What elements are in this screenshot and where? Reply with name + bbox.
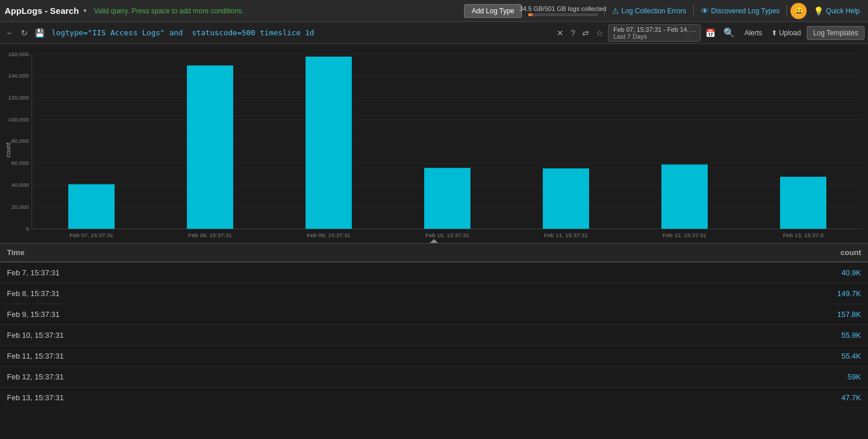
svg-text:60,000: 60,000 bbox=[11, 160, 29, 166]
time-cell: Feb 11, 15:37:31 bbox=[0, 346, 566, 367]
chart-pointer bbox=[429, 239, 439, 243]
warning-icon: ⚠ bbox=[612, 6, 619, 16]
upload-icon: ⬆ bbox=[771, 29, 777, 37]
table-row: Feb 12, 15:37:3159K bbox=[0, 367, 868, 388]
svg-text:0: 0 bbox=[25, 226, 29, 232]
search-input[interactable] bbox=[49, 27, 552, 38]
bar-feb12 bbox=[661, 164, 708, 228]
svg-text:Feb 08, 15:37:31: Feb 08, 15:37:31 bbox=[188, 232, 232, 238]
count-cell: 149.7K bbox=[566, 283, 868, 304]
storage-bar-fill bbox=[528, 13, 533, 16]
search-actions: ✕ ? ⇄ ☆ bbox=[554, 27, 606, 39]
log-errors-label: Log Collection Errors bbox=[621, 7, 686, 15]
svg-text:20,000: 20,000 bbox=[11, 204, 29, 210]
svg-text:Feb 13, 15:37:3: Feb 13, 15:37:3 bbox=[783, 232, 823, 238]
refresh-button[interactable]: ↻ bbox=[19, 27, 30, 39]
table-header-row: Time count bbox=[0, 244, 868, 262]
storage-indicator: 34.5 GB/501 GB logs collected bbox=[525, 5, 601, 16]
svg-text:Feb 07, 15:37:31: Feb 07, 15:37:31 bbox=[69, 232, 113, 238]
divider2 bbox=[693, 5, 694, 17]
time-cell: Feb 10, 15:37:31 bbox=[0, 325, 566, 346]
col-time-header[interactable]: Time bbox=[0, 244, 566, 262]
table-row: Feb 13, 15:37:3147.7K bbox=[0, 388, 868, 408]
user-avatar-button[interactable]: 😀 bbox=[790, 3, 807, 19]
clear-button[interactable]: ✕ bbox=[554, 27, 566, 39]
table-row: Feb 9, 15:37:31157.8K bbox=[0, 304, 868, 325]
time-cell: Feb 9, 15:37:31 bbox=[0, 304, 566, 325]
table-row: Feb 10, 15:37:3155.9K bbox=[0, 325, 868, 346]
divider bbox=[604, 5, 605, 17]
bar-feb09 bbox=[306, 57, 352, 229]
divider3 bbox=[786, 5, 787, 17]
chart-area: count 0 20,000 40,000 60,000 80,000 100,… bbox=[0, 44, 868, 244]
svg-text:40,000: 40,000 bbox=[11, 182, 29, 188]
save-button[interactable]: 💾 bbox=[32, 27, 47, 39]
quick-help-label: Quick Help bbox=[826, 7, 860, 15]
count-cell: 157.8K bbox=[566, 304, 868, 325]
upload-label: Upload bbox=[779, 29, 801, 37]
alerts-button[interactable]: Alerts bbox=[741, 28, 766, 38]
eye-icon: 👁 bbox=[701, 6, 709, 16]
svg-text:Feb 10, 15:37:31: Feb 10, 15:37:31 bbox=[425, 232, 469, 238]
svg-text:80,000: 80,000 bbox=[11, 138, 29, 144]
quick-help-button[interactable]: 💡 Quick Help bbox=[810, 5, 863, 17]
table-row: Feb 7, 15:37:3140.9K bbox=[0, 262, 868, 283]
share-button[interactable]: ⇄ bbox=[580, 27, 591, 39]
y-axis-label: count bbox=[5, 142, 12, 157]
storage-text: 34.5 GB/501 GB logs collected bbox=[520, 5, 606, 12]
count-cell: 55.9K bbox=[566, 325, 868, 346]
time-cell: Feb 12, 15:37:31 bbox=[0, 367, 566, 388]
avatar-icon: 😀 bbox=[794, 6, 804, 16]
log-templates-button[interactable]: Log Templates bbox=[807, 26, 865, 40]
count-cell: 55.4K bbox=[566, 346, 868, 367]
bar-feb13 bbox=[780, 177, 826, 229]
search-bar: ← ↻ 💾 ✕ ? ⇄ ☆ Feb 07, 15:37:31 - Feb 14,… bbox=[0, 22, 868, 44]
log-collection-errors-button[interactable]: ⚠ Log Collection Errors bbox=[608, 5, 690, 17]
svg-text:100,000: 100,000 bbox=[8, 116, 30, 123]
bar-chart: count 0 20,000 40,000 60,000 80,000 100,… bbox=[0, 49, 868, 243]
discovered-types-label: Discovered Log Types bbox=[711, 7, 780, 15]
add-log-type-button[interactable]: Add Log Type bbox=[464, 4, 522, 18]
favorite-button[interactable]: ☆ bbox=[594, 27, 606, 39]
upload-button[interactable]: ⬆ Upload bbox=[768, 28, 804, 38]
app-title: AppLogs - Search bbox=[5, 6, 79, 16]
help-icon: 💡 bbox=[814, 6, 823, 16]
count-cell: 47.7K bbox=[566, 388, 868, 408]
date-range-top: Feb 07, 15:37:31 - Feb 14, ... bbox=[613, 26, 696, 33]
results-table: Time count Feb 7, 15:37:3140.9KFeb 8, 15… bbox=[0, 244, 868, 408]
bar-feb10 bbox=[424, 168, 470, 228]
count-cell: 59K bbox=[566, 367, 868, 388]
bar-feb07 bbox=[68, 184, 115, 228]
calendar-icon[interactable]: 📅 bbox=[703, 27, 718, 39]
discovered-log-types-button[interactable]: 👁 Discovered Log Types bbox=[697, 5, 784, 17]
svg-text:Feb 12, 15:37:31: Feb 12, 15:37:31 bbox=[663, 232, 707, 238]
table-area: Time count Feb 7, 15:37:3140.9KFeb 8, 15… bbox=[0, 244, 868, 439]
date-range-button[interactable]: Feb 07, 15:37:31 - Feb 14, ... Last 7 Da… bbox=[608, 24, 701, 42]
svg-text:120,000: 120,000 bbox=[8, 94, 30, 101]
table-row: Feb 8, 15:37:31149.7K bbox=[0, 283, 868, 304]
svg-text:Feb 09, 15:37:31: Feb 09, 15:37:31 bbox=[307, 232, 351, 238]
search-execute-button[interactable]: 🔍 bbox=[720, 26, 738, 39]
time-cell: Feb 8, 15:37:31 bbox=[0, 283, 566, 304]
svg-text:Feb 11, 15:37:31: Feb 11, 15:37:31 bbox=[544, 232, 588, 238]
back-button[interactable]: ← bbox=[3, 27, 16, 39]
time-cell: Feb 7, 15:37:31 bbox=[0, 262, 566, 283]
svg-text:140,000: 140,000 bbox=[8, 72, 30, 79]
valid-query-msg: Valid query. Press space to add more con… bbox=[94, 7, 244, 15]
help-query-button[interactable]: ? bbox=[568, 27, 578, 39]
app-title-dropdown-icon[interactable]: ▾ bbox=[83, 7, 87, 14]
top-bar: AppLogs - Search ▾ Valid query. Press sp… bbox=[0, 0, 868, 22]
bar-feb11 bbox=[543, 168, 589, 229]
svg-text:160,000: 160,000 bbox=[8, 51, 30, 57]
col-count-header[interactable]: count bbox=[566, 244, 868, 262]
bar-feb08 bbox=[187, 65, 233, 228]
date-range-bottom: Last 7 Days bbox=[613, 33, 647, 40]
time-cell: Feb 13, 15:37:31 bbox=[0, 388, 566, 408]
table-row: Feb 11, 15:37:3155.4K bbox=[0, 346, 868, 367]
storage-bar-track bbox=[528, 13, 598, 16]
count-cell: 40.9K bbox=[566, 262, 868, 283]
